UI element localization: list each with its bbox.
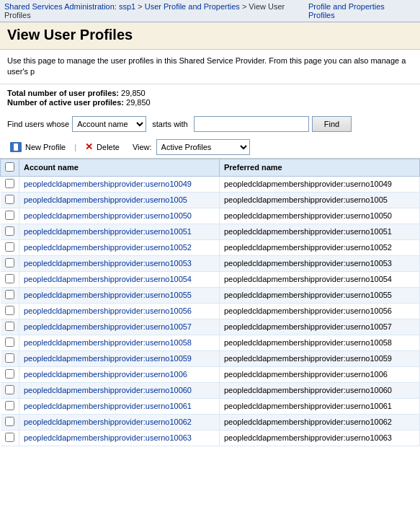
account-name-cell: peopledcldapmembershipprovider:userno100… xyxy=(19,176,220,192)
toolbar-separator: | xyxy=(74,143,76,151)
preferred-name-cell: peopledcldapmembershipprovider:userno100… xyxy=(220,176,420,192)
preferred-name-cell: peopledcldapmembershipprovider:userno100… xyxy=(220,430,420,446)
row-checkbox[interactable] xyxy=(5,179,14,188)
account-name-cell: peopledcldapmembershipprovider:userno100… xyxy=(19,350,220,366)
page-title: View User Profiles xyxy=(7,27,413,43)
account-name-link[interactable]: peopledcldapmembershipprovider:userno100… xyxy=(24,322,192,331)
table-row: peopledcldapmembershipprovider:userno100… xyxy=(1,239,420,255)
table-row: peopledcldapmembershipprovider:userno100… xyxy=(1,430,420,446)
row-checkbox-cell xyxy=(1,335,19,350)
row-checkbox-cell xyxy=(1,366,19,382)
page-title-area: View User Profiles xyxy=(0,22,420,50)
breadcrumb-link-profile-props[interactable]: User Profile and Properties xyxy=(145,2,240,11)
row-checkbox[interactable] xyxy=(5,306,14,315)
row-checkbox[interactable] xyxy=(5,226,14,236)
row-checkbox[interactable] xyxy=(5,258,14,268)
new-profile-icon xyxy=(10,142,22,152)
row-checkbox-cell xyxy=(1,176,19,192)
account-name-link[interactable]: peopledcldapmembershipprovider:userno100… xyxy=(24,418,192,426)
find-field-select[interactable]: Account name Preferred name First name L… xyxy=(72,116,146,132)
account-name-cell: peopledcldapmembershipprovider:userno100… xyxy=(19,224,220,239)
account-name-link[interactable]: peopledcldapmembershipprovider:userno100… xyxy=(24,433,192,442)
account-name-link[interactable]: peopledcldapmembershipprovider:userno100… xyxy=(24,402,192,410)
row-checkbox[interactable] xyxy=(5,195,14,204)
account-name-cell: peopledcldapmembershipprovider:userno100… xyxy=(19,366,220,382)
row-checkbox-cell xyxy=(1,224,19,239)
row-checkbox[interactable] xyxy=(5,290,14,299)
account-name-link[interactable]: peopledcldapmembershipprovider:userno100… xyxy=(24,211,192,220)
toolbar: New Profile | ✕ Delete View: Active Prof… xyxy=(0,136,420,159)
find-input[interactable] xyxy=(194,116,309,132)
row-checkbox[interactable] xyxy=(5,353,14,363)
row-checkbox[interactable] xyxy=(5,337,14,347)
account-name-link[interactable]: peopledcldapmembershipprovider:userno100… xyxy=(24,275,192,283)
account-name-link[interactable]: peopledcldapmembershipprovider:userno100… xyxy=(24,180,192,188)
account-name-link[interactable]: peopledcldapmembershipprovider:userno100… xyxy=(24,370,187,379)
preferred-name-cell: peopledcldapmembershipprovider:userno100… xyxy=(220,414,420,430)
account-name-cell: peopledcldapmembershipprovider:userno100… xyxy=(19,192,220,208)
row-checkbox-cell xyxy=(1,303,19,319)
account-name-link[interactable]: peopledcldapmembershipprovider:userno100… xyxy=(24,195,187,204)
row-checkbox-cell xyxy=(1,271,19,287)
delete-button[interactable]: ✕ Delete xyxy=(82,140,122,154)
account-name-cell: peopledcldapmembershipprovider:userno100… xyxy=(19,414,220,430)
account-name-link[interactable]: peopledcldapmembershipprovider:userno100… xyxy=(24,259,192,268)
account-name-cell: peopledcldapmembershipprovider:userno100… xyxy=(19,303,220,319)
breadcrumb-right: Profile and Properties Profiles xyxy=(301,2,416,19)
preferred-name-cell: peopledcldapmembershipprovider:userno100… xyxy=(220,224,420,239)
table-row: peopledcldapmembershipprovider:userno100… xyxy=(1,398,420,414)
account-name-link[interactable]: peopledcldapmembershipprovider:userno100… xyxy=(24,386,192,394)
preferred-name-cell: peopledcldapmembershipprovider:userno100… xyxy=(220,192,420,208)
preferred-name-cell: peopledcldapmembershipprovider:userno100… xyxy=(220,303,420,319)
active-profiles-stat: Number of active user profiles: 29,850 xyxy=(7,98,413,107)
account-name-cell: peopledcldapmembershipprovider:userno100… xyxy=(19,255,220,271)
preferred-name-cell: peopledcldapmembershipprovider:userno100… xyxy=(220,335,420,350)
row-checkbox-cell xyxy=(1,350,19,366)
preferred-name-cell: peopledcldapmembershipprovider:userno100… xyxy=(220,382,420,398)
row-checkbox[interactable] xyxy=(5,274,14,283)
stats-section: Total number of user profiles: 29,850 Nu… xyxy=(0,84,420,112)
table-row: peopledcldapmembershipprovider:userno100… xyxy=(1,176,420,192)
table-row: peopledcldapmembershipprovider:userno100… xyxy=(1,414,420,430)
account-name-cell: peopledcldapmembershipprovider:userno100… xyxy=(19,335,220,350)
row-checkbox-cell xyxy=(1,287,19,303)
account-name-cell: peopledcldapmembershipprovider:userno100… xyxy=(19,430,220,446)
breadcrumb-profile-props-link[interactable]: Profile and Properties xyxy=(308,2,385,11)
account-name-link[interactable]: peopledcldapmembershipprovider:userno100… xyxy=(24,291,192,299)
breadcrumb-profiles-link[interactable]: Profiles xyxy=(308,11,335,19)
preferred-name-cell: peopledcldapmembershipprovider:userno100… xyxy=(220,208,420,224)
table-row: peopledcldapmembershipprovider:userno100… xyxy=(1,335,420,350)
account-name-cell: peopledcldapmembershipprovider:userno100… xyxy=(19,271,220,287)
row-checkbox[interactable] xyxy=(5,322,14,331)
account-name-link[interactable]: peopledcldapmembershipprovider:userno100… xyxy=(24,306,192,315)
view-select[interactable]: Active Profiles All Profiles My Profiles xyxy=(156,139,250,155)
row-checkbox[interactable] xyxy=(5,242,14,252)
delete-icon: ✕ xyxy=(85,141,93,152)
row-checkbox[interactable] xyxy=(5,369,14,379)
table-row: peopledcldapmembershipprovider:userno100… xyxy=(1,271,420,287)
account-name-link[interactable]: peopledcldapmembershipprovider:userno100… xyxy=(24,338,192,347)
row-checkbox-cell xyxy=(1,382,19,398)
table-header-row: Account name Preferred name xyxy=(1,159,420,176)
table-row: peopledcldapmembershipprovider:userno100… xyxy=(1,350,420,366)
find-button[interactable]: Find xyxy=(312,116,352,132)
preferred-name-cell: peopledcldapmembershipprovider:userno100… xyxy=(220,271,420,287)
row-checkbox[interactable] xyxy=(5,211,14,220)
account-name-link[interactable]: peopledcldapmembershipprovider:userno100… xyxy=(24,227,192,236)
new-profile-button[interactable]: New Profile xyxy=(7,141,68,154)
view-label: View: xyxy=(133,143,152,151)
row-checkbox[interactable] xyxy=(5,401,14,410)
select-all-checkbox[interactable] xyxy=(5,162,14,172)
table-row: peopledcldapmembershipprovider:userno100… xyxy=(1,287,420,303)
breadcrumb-link-ssp[interactable]: Shared Services Administration: ssp1 xyxy=(4,2,135,11)
row-checkbox[interactable] xyxy=(5,385,14,394)
row-checkbox[interactable] xyxy=(5,433,14,442)
row-checkbox-cell xyxy=(1,192,19,208)
account-name-link[interactable]: peopledcldapmembershipprovider:userno100… xyxy=(24,354,192,363)
row-checkbox-cell xyxy=(1,398,19,414)
table-row: peopledcldapmembershipprovider:userno100… xyxy=(1,224,420,239)
table-row: peopledcldapmembershipprovider:userno100… xyxy=(1,382,420,398)
row-checkbox[interactable] xyxy=(5,417,14,426)
account-name-link[interactable]: peopledcldapmembershipprovider:userno100… xyxy=(24,243,192,252)
total-profiles-stat: Total number of user profiles: 29,850 xyxy=(7,89,413,97)
